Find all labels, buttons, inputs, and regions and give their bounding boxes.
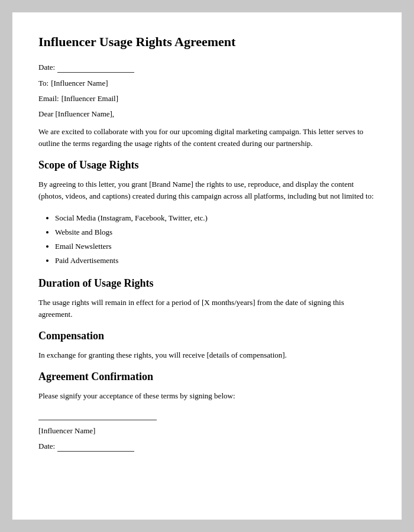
list-item: Website and Blogs [55, 226, 376, 239]
list-item: Paid Advertisements [55, 254, 376, 267]
scope-heading: Scope of Usage Rights [38, 159, 376, 171]
date-underline [57, 63, 134, 73]
intro-text: We are excited to collaborate with you f… [38, 126, 376, 150]
dear-line: Dear [Influencer Name], [38, 109, 376, 119]
document-title: Influencer Usage Rights Agreement [38, 34, 376, 51]
compensation-heading: Compensation [38, 330, 376, 342]
duration-body: The usage rights will remain in effect f… [38, 297, 376, 320]
duration-heading: Duration of Usage Rights [38, 277, 376, 290]
email-field-line: Email: [Influencer Email] [38, 94, 376, 103]
signature-date-line: Date: [38, 442, 376, 452]
email-label: Email: [38, 94, 59, 103]
signature-influencer-name: [Influencer Name] [38, 426, 376, 436]
document-container: Influencer Usage Rights Agreement Date: … [12, 12, 402, 520]
date-field-line: Date: [38, 63, 376, 73]
signature-date-label: Date: [38, 442, 55, 451]
email-value: [Influencer Email] [62, 94, 118, 103]
list-item: Social Media (Instagram, Facebook, Twitt… [55, 212, 376, 225]
to-value: [Influencer Name] [51, 79, 108, 88]
confirmation-body: Please signify your acceptance of these … [38, 390, 376, 402]
scope-body: By agreeing to this letter, you grant [B… [38, 179, 376, 202]
list-item: Email Newsletters [55, 240, 376, 253]
compensation-body: In exchange for granting these rights, y… [38, 349, 376, 361]
signature-date-underline [57, 442, 134, 452]
confirmation-heading: Agreement Confirmation [38, 371, 376, 383]
to-field-line: To: [Influencer Name] [38, 79, 376, 88]
date-label: Date: [38, 63, 55, 72]
to-label: To: [38, 79, 48, 88]
signature-underline [38, 420, 157, 420]
scope-bullet-list: Social Media (Instagram, Facebook, Twitt… [55, 212, 376, 267]
